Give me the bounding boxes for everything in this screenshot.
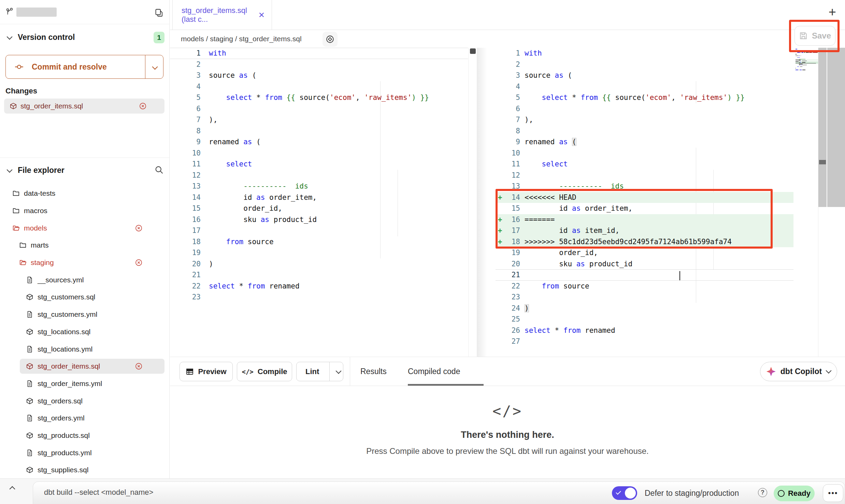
code-line[interactable]: +14<<<<<<< HEAD (496, 192, 793, 203)
code-line[interactable]: +16======= (496, 214, 793, 225)
code-line[interactable]: 17 (170, 225, 468, 236)
more-options-button[interactable]: ••• (823, 484, 843, 502)
lint-button[interactable]: Lint (296, 362, 343, 381)
code-line[interactable]: 22 from source (496, 281, 793, 292)
code-line[interactable]: +17 id as item_id, (496, 225, 793, 236)
version-control-collapse-icon[interactable] (7, 34, 13, 40)
code-line[interactable]: 13 ---------- ids (170, 181, 468, 192)
conflict-badge-icon[interactable] (135, 224, 143, 232)
copy-icon[interactable] (154, 8, 163, 17)
code-line[interactable]: 21 (170, 269, 468, 281)
file-tree-item-stg-customers-yml[interactable]: stg_customers.yml (0, 306, 170, 323)
code-line[interactable]: 4 (496, 81, 793, 92)
file-tree-item-stg-orders-yml[interactable]: stg_orders.yml (0, 410, 170, 427)
file-tree-item-macros[interactable]: macros (0, 202, 170, 220)
code-line[interactable]: 24) (496, 303, 793, 314)
compile-button[interactable]: </> Compile (237, 362, 292, 381)
file-tree-item-stg-products-yml[interactable]: stg_products.yml (0, 444, 170, 461)
defer-toggle[interactable] (612, 486, 637, 500)
file-tree-item-stg-locations-yml[interactable]: stg_locations.yml (0, 340, 170, 358)
command-bar-collapse-icon[interactable] (10, 486, 15, 492)
code-line[interactable]: 7), (170, 114, 468, 125)
code-line[interactable]: 9renamed as ( (170, 136, 468, 148)
file-tree-item-stg-products-sql[interactable]: stg_products.sql (0, 427, 170, 444)
code-line[interactable]: 13 ---------- ids (496, 181, 793, 192)
code-line[interactable]: 5 select * from {{ source('ecom', 'raw_i… (496, 92, 793, 103)
code-line[interactable]: 19 order_id, (496, 247, 793, 258)
code-line[interactable]: 1with (496, 48, 793, 59)
left-pane-scrollbar[interactable] (468, 48, 477, 357)
command-input[interactable]: dbt build --select <model_name> Defer to… (33, 481, 845, 504)
minimap[interactable] (796, 49, 818, 73)
code-line[interactable]: 2 (170, 59, 468, 70)
code-line[interactable]: 15 id as order_item, (496, 203, 793, 214)
lineage-button[interactable] (323, 32, 338, 47)
tab-results[interactable]: Results (360, 357, 387, 386)
file-explorer-collapse-icon[interactable] (7, 167, 13, 173)
conflict-badge-icon[interactable] (135, 362, 143, 370)
code-line[interactable]: 6 (170, 103, 468, 115)
file-tree-item-stg-order-items-sql[interactable]: stg_order_items.sql (0, 358, 170, 375)
code-line[interactable]: 1with (170, 48, 468, 59)
minimap-slider-strip[interactable] (827, 48, 845, 207)
code-line[interactable]: 11 select (496, 159, 793, 170)
file-tree-item-staging[interactable]: staging (0, 254, 170, 271)
preview-button[interactable]: Preview (180, 362, 233, 381)
code-line[interactable]: 20) (170, 258, 468, 270)
code-line[interactable]: 12 (496, 170, 793, 181)
file-tree-item-stg-locations-sql[interactable]: stg_locations.sql (0, 323, 170, 341)
changed-file-row[interactable]: stg_order_items.sql (4, 99, 164, 114)
right-pane-scrollbar[interactable] (818, 48, 827, 207)
file-tree-item-data-tests[interactable]: data-tests (0, 185, 170, 202)
code-line[interactable]: 10 (496, 148, 793, 159)
file-tree-item-models[interactable]: models (0, 219, 170, 237)
tab-compiled-code[interactable]: Compiled code (408, 357, 460, 386)
code-line[interactable]: 8 (170, 125, 468, 137)
code-line[interactable]: 23 (496, 292, 793, 303)
file-tree-item--sources-yml[interactable]: __sources.yml (0, 271, 170, 288)
file-tree-item-stg-order-items-yml[interactable]: stg_order_items.yml (0, 375, 170, 392)
code-line[interactable]: 2 (496, 59, 793, 70)
code-line[interactable]: 9renamed as ( (496, 136, 793, 148)
code-line[interactable]: 20 sku as product_id (496, 258, 793, 270)
file-tree-item-marts[interactable]: marts (0, 237, 170, 254)
new-tab-button[interactable]: + (829, 5, 836, 18)
help-icon[interactable]: ? (758, 488, 767, 497)
code-line[interactable]: 6 (496, 103, 793, 115)
lint-options-chevron-icon[interactable] (335, 368, 341, 374)
conflict-badge-icon[interactable] (135, 259, 143, 267)
code-line[interactable]: 18 from source (170, 236, 468, 248)
code-line[interactable]: 23 (170, 292, 468, 303)
commit-and-resolve-button[interactable]: Commit and resolve (5, 55, 163, 79)
code-line[interactable]: 21 (496, 269, 793, 281)
code-line[interactable]: 15 order_id, (170, 203, 468, 214)
search-icon[interactable] (154, 165, 164, 175)
code-line[interactable]: 5 select * from {{ source('ecom', 'raw_i… (170, 92, 468, 103)
code-pane-current[interactable]: 1with23source as (45 select * from {{ so… (496, 48, 793, 347)
code-line[interactable]: +18>>>>>>> 58c1dd23d5eebd9cd2495fa7124ab… (496, 236, 793, 248)
left-scrollbar-thumb[interactable] (470, 48, 476, 54)
code-line[interactable]: 3source as ( (170, 70, 468, 81)
code-line[interactable]: 7), (496, 114, 793, 125)
code-line[interactable]: 25 (496, 314, 793, 325)
code-line[interactable]: 3source as ( (496, 70, 793, 81)
code-line[interactable]: 16 sku as product_id (170, 214, 468, 225)
file-tree-item-stg-orders-sql[interactable]: stg_orders.sql (0, 392, 170, 410)
code-pane-last-commit[interactable]: 1with23source as (45 select * from {{ so… (170, 48, 468, 303)
file-tree-item-stg-supplies-sql[interactable]: stg_supplies.sql (0, 461, 170, 478)
right-scrollbar-thumb[interactable] (819, 160, 826, 164)
code-line[interactable]: 10 (170, 148, 468, 159)
tab-close-icon[interactable]: ✕ (258, 11, 265, 20)
conflict-badge-icon[interactable] (139, 102, 147, 110)
file-tree-item-stg-customers-sql[interactable]: stg_customers.sql (0, 288, 170, 306)
tab-stg-order-items[interactable]: stg_order_items.sql (last c... ✕ (172, 0, 272, 30)
code-line[interactable]: 11 select (170, 159, 468, 170)
code-line[interactable]: 12 (170, 170, 468, 181)
code-line[interactable]: 14 id as order_item, (170, 192, 468, 203)
code-line[interactable]: 22select * from renamed (170, 281, 468, 292)
code-line[interactable]: 8 (496, 125, 793, 137)
save-button[interactable]: Save (794, 26, 835, 46)
code-line[interactable]: 19 (170, 247, 468, 258)
code-line[interactable]: 4 (170, 81, 468, 92)
code-line[interactable]: 27 (496, 336, 793, 347)
